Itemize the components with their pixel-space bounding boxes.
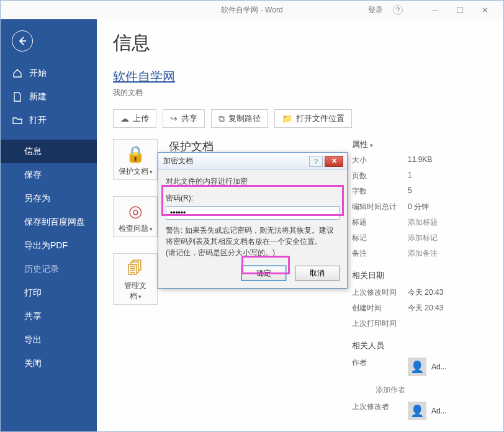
dialog-warning-text: 警告: 如果丢失或忘记密码，则无法将其恢复。建议将密码列表及其相应文档名放在一个… bbox=[166, 225, 340, 258]
inspect-document-button[interactable]: ◎ 检查问题▾ bbox=[113, 196, 158, 237]
app-title: 软件自学网 - Word bbox=[221, 5, 282, 16]
sidebar-item-info[interactable]: 信息 bbox=[1, 140, 97, 163]
dialog-intro-text: 对此文件的内容进行加密 bbox=[166, 176, 340, 187]
document-icon bbox=[12, 92, 23, 102]
sidebar-item-label: 开始 bbox=[29, 68, 47, 79]
sidebar-item-save[interactable]: 保存 bbox=[1, 163, 97, 187]
prop-label-lastmod-by: 上次修改者 bbox=[352, 402, 408, 424]
lastmod-entry[interactable]: 👤Ad... bbox=[408, 402, 447, 420]
link-icon: ⧉ bbox=[218, 114, 225, 124]
prop-label-words: 字数 bbox=[352, 186, 408, 197]
sidebar-item-save-baidu[interactable]: 保存到百度网盘 bbox=[1, 210, 97, 234]
sidebar-item-print[interactable]: 打印 bbox=[1, 281, 97, 305]
button-label: 共享 bbox=[181, 113, 197, 124]
properties-people-header: 相关人员 bbox=[352, 340, 487, 351]
folder-icon: 📁 bbox=[282, 114, 292, 124]
dialog-titlebar[interactable]: 加密文档 ? ✕ bbox=[158, 153, 347, 170]
sidebar-item-label: 另存为 bbox=[24, 193, 50, 204]
cloud-upload-icon: ☁ bbox=[120, 114, 129, 124]
sidebar-item-export-pdf[interactable]: 导出为PDF bbox=[1, 234, 97, 258]
prop-label-modified: 上次修改时间 bbox=[352, 287, 408, 298]
properties-dates-header: 相关日期 bbox=[352, 270, 487, 281]
sidebar-item-label: 打印 bbox=[24, 287, 42, 299]
copy-path-button[interactable]: ⧉复制路径 bbox=[211, 109, 268, 128]
dialog-title: 加密文档 bbox=[163, 156, 307, 166]
page-title: 信息 bbox=[113, 30, 487, 56]
prop-label-printed: 上次打印时间 bbox=[352, 318, 408, 329]
share-button[interactable]: ↪共享 bbox=[163, 109, 205, 128]
close-icon[interactable]: ✕ bbox=[472, 1, 497, 19]
properties-header[interactable]: 属性▾ bbox=[352, 139, 487, 150]
prop-label-created: 创建时间 bbox=[352, 303, 408, 313]
folder-open-icon bbox=[12, 116, 23, 125]
properties-header-label: 属性 bbox=[352, 140, 368, 149]
prop-label-author: 作者 bbox=[352, 358, 408, 380]
action-row: ☁上传 ↪共享 ⧉复制路径 📁打开文件位置 bbox=[113, 109, 487, 128]
document-title[interactable]: 软件自学网 bbox=[113, 68, 487, 85]
prop-value-size: 11.9KB bbox=[408, 155, 432, 166]
sidebar-item-history[interactable]: 历史记录 bbox=[1, 258, 97, 281]
home-icon bbox=[12, 68, 23, 78]
prop-value-edit-time: 0 分钟 bbox=[408, 202, 429, 212]
dialog-close-icon[interactable]: ✕ bbox=[325, 156, 343, 167]
prop-label-title: 标题 bbox=[352, 217, 408, 228]
manage-doc-icon: 🗐 bbox=[116, 259, 155, 278]
author-entry[interactable]: 👤Ad... bbox=[408, 358, 447, 376]
sidebar-item-share[interactable]: 共享 bbox=[1, 305, 97, 328]
manage-document-button[interactable]: 🗐 管理文 档▾ bbox=[113, 253, 158, 305]
sidebar-item-label: 共享 bbox=[24, 311, 42, 322]
button-label: 取消 bbox=[310, 269, 325, 277]
open-location-button[interactable]: 📁打开文件位置 bbox=[274, 109, 352, 128]
add-author-link[interactable]: 添加作者 bbox=[376, 385, 487, 395]
properties-pane: 属性▾ 大小11.9KB 页数1 字数5 编辑时间总计0 分钟 标题添加标题 标… bbox=[352, 139, 487, 429]
sidebar-item-label: 打开 bbox=[29, 115, 47, 126]
password-label: 密码(R): bbox=[166, 193, 340, 204]
sidebar-item-saveas[interactable]: 另存为 bbox=[1, 187, 97, 210]
login-link[interactable]: 登录 bbox=[368, 5, 383, 16]
button-label: 确定 bbox=[256, 269, 271, 277]
cancel-button[interactable]: 取消 bbox=[295, 266, 340, 281]
ok-button[interactable]: 确定 bbox=[241, 266, 286, 281]
prop-label-size: 大小 bbox=[352, 155, 408, 166]
sidebar-item-export[interactable]: 导出 bbox=[1, 328, 97, 352]
button-label: 复制路径 bbox=[228, 113, 261, 124]
sidebar-item-label: 新建 bbox=[29, 91, 47, 102]
sidebar-item-label: 信息 bbox=[24, 146, 42, 157]
prop-label-tag: 标记 bbox=[352, 233, 408, 243]
chevron-down-icon: ▾ bbox=[150, 169, 153, 175]
lock-icon: 🔒 bbox=[116, 145, 155, 164]
prop-value-note[interactable]: 添加备注 bbox=[408, 248, 438, 259]
prop-value-words: 5 bbox=[408, 186, 412, 197]
sidebar-item-label: 关闭 bbox=[24, 358, 42, 369]
button-label: 检查问题 bbox=[119, 224, 148, 233]
avatar-icon: 👤 bbox=[408, 358, 426, 376]
document-location: 我的文档 bbox=[113, 88, 487, 98]
sidebar-item-label: 历史记录 bbox=[24, 264, 59, 275]
protect-document-button[interactable]: 🔒 保护文档▾ bbox=[113, 139, 158, 180]
prop-value-modified: 今天 20:43 bbox=[408, 287, 443, 298]
share-icon: ↪ bbox=[170, 114, 178, 124]
back-button[interactable] bbox=[12, 30, 33, 52]
prop-value-created: 今天 20:43 bbox=[408, 303, 443, 313]
minimize-icon[interactable]: ─ bbox=[423, 1, 448, 19]
arrow-left-icon bbox=[17, 36, 27, 46]
author-name: Ad... bbox=[431, 362, 447, 371]
maximize-icon[interactable]: ☐ bbox=[448, 1, 472, 19]
inspect-icon: ◎ bbox=[116, 202, 155, 221]
help-icon[interactable]: ? bbox=[393, 5, 403, 15]
password-input[interactable] bbox=[166, 206, 340, 220]
sidebar-item-label: 保存到百度网盘 bbox=[24, 217, 85, 228]
sidebar-item-close[interactable]: 关闭 bbox=[1, 352, 97, 376]
sidebar-item-start[interactable]: 开始 bbox=[1, 61, 97, 85]
prop-value-title[interactable]: 添加标题 bbox=[408, 217, 438, 228]
dialog-help-icon[interactable]: ? bbox=[309, 156, 323, 167]
encrypt-document-dialog: 加密文档 ? ✕ 对此文件的内容进行加密 密码(R): 警告: 如果丢失或忘记密… bbox=[158, 152, 348, 289]
chevron-down-icon: ▾ bbox=[370, 142, 373, 148]
prop-value-pages: 1 bbox=[408, 171, 412, 181]
upload-button[interactable]: ☁上传 bbox=[113, 109, 156, 128]
sidebar-item-open[interactable]: 打开 bbox=[1, 109, 97, 132]
prop-value-tag[interactable]: 添加标记 bbox=[408, 233, 438, 243]
button-label: 保护文档 bbox=[119, 167, 148, 176]
button-label: 打开文件位置 bbox=[296, 113, 344, 124]
sidebar-item-new[interactable]: 新建 bbox=[1, 85, 97, 109]
